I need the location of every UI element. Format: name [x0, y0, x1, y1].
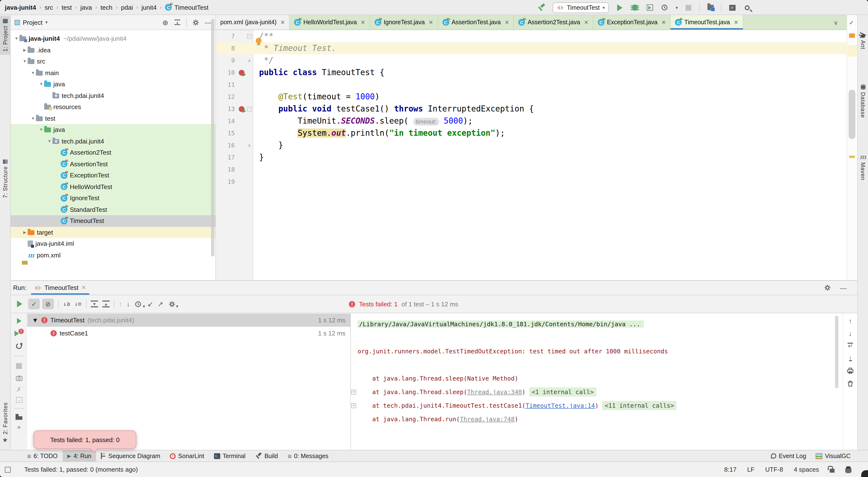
breadcrumb-item[interactable]: java-junit4 — [5, 4, 36, 11]
code-line[interactable]: 14 TimeUnit.SECONDS.sleep( timeout: 5000… — [216, 115, 847, 127]
gear-icon[interactable] — [824, 284, 831, 291]
toolwindow-sonarlint[interactable]: ~ SonarLint — [165, 450, 209, 462]
chevron-collapsed-icon[interactable]: ▶ — [22, 230, 28, 235]
editor-tab[interactable]: CIgnoreTest.java✕ — [370, 15, 438, 30]
fold-expand-icon[interactable]: + — [351, 390, 356, 395]
stack-link[interactable]: TimeoutTest.java:14 — [525, 402, 595, 409]
toolwindow-messages[interactable]: ≡ 0: Messages — [283, 450, 333, 462]
close-icon[interactable]: ✕ — [82, 284, 86, 291]
more-options-chevron-icon[interactable]: » — [17, 424, 20, 430]
soft-wrap-icon[interactable]: ↵ — [848, 343, 853, 348]
inspections-profile-icon[interactable] — [845, 469, 851, 473]
tree-item[interactable]: ▼test — [11, 113, 215, 124]
sidebar-item-database[interactable]: Database — [858, 81, 868, 121]
close-icon[interactable]: ✕ — [584, 19, 588, 26]
rerun-failed-tests-icon[interactable]: ! — [14, 330, 23, 337]
gear-icon[interactable]: ▾ — [167, 300, 176, 308]
close-icon[interactable]: ✕ — [361, 19, 365, 26]
file-encoding[interactable]: UTF-8 — [765, 466, 783, 473]
toggle-auto-test-icon[interactable] — [14, 342, 23, 350]
toolwindow-visualgc[interactable]: VisualGC — [811, 450, 856, 462]
code-line[interactable]: 15 System.out.println("in timeout except… — [216, 127, 847, 139]
inspections-ok-icon[interactable]: ✓ — [849, 20, 854, 26]
tree-item[interactable]: ▼tech.pdai.junit4 — [11, 135, 215, 147]
tree-item[interactable]: ▼main — [11, 67, 215, 78]
editor-tab[interactable]: CAssertionTest.java✕ — [438, 15, 514, 30]
sidebar-item-structure[interactable]: 7: Structure — [0, 156, 10, 201]
run-button[interactable] — [616, 3, 624, 12]
line-separator[interactable]: LF — [747, 466, 754, 473]
chevron-expanded-icon[interactable]: ▼ — [32, 316, 38, 324]
tree-item[interactable]: mpom.xml — [11, 249, 215, 261]
breadcrumb-item[interactable]: tech — [100, 4, 112, 11]
hide-panel-icon[interactable]: — — [840, 284, 847, 291]
tree-item[interactable]: CAssertion2Test — [11, 147, 215, 158]
fold-marker[interactable]: − — [247, 34, 252, 38]
close-icon[interactable]: ✕ — [505, 19, 509, 26]
console-line[interactable] — [351, 331, 843, 345]
chevron-expanded-icon[interactable]: ▼ — [13, 37, 20, 41]
build-hammer-icon[interactable] — [538, 3, 547, 12]
toolwindow-build[interactable]: Build — [250, 450, 283, 462]
test-tree-row[interactable]: !testCase11 s 12 ms — [27, 327, 350, 340]
editor-tab[interactable]: pom.xml (java-junit4)✕ — [216, 15, 290, 30]
code-line[interactable]: 18 — [216, 163, 847, 175]
tree-item[interactable]: CAssertionTest — [11, 158, 215, 170]
chevron-expanded-icon[interactable]: ▼ — [22, 59, 28, 64]
code-line[interactable]: 7−/** — [216, 30, 847, 42]
tree-item[interactable]: CTimeoutTest — [11, 215, 215, 227]
down-stack-icon[interactable]: ↓ — [848, 330, 852, 337]
run-tab[interactable]: TimeoutTest ✕ — [30, 281, 90, 295]
chevron-expanded-icon[interactable]: ▼ — [30, 71, 36, 75]
test-history-icon[interactable]: ▾ — [134, 300, 143, 308]
code-line[interactable]: 10public class TimeoutTest { — [216, 66, 847, 78]
stripe-warning-mark[interactable] — [849, 33, 855, 38]
close-icon[interactable]: ✕ — [280, 19, 285, 26]
up-stack-icon[interactable]: ↑ — [848, 317, 852, 324]
run-failed-gutter-icon[interactable] — [238, 106, 246, 112]
chevron-collapsed-icon[interactable]: ▶ — [22, 48, 28, 53]
tree-item[interactable]: CHelloWorldTest — [11, 181, 215, 193]
trash-icon[interactable] — [847, 380, 854, 387]
rerun-button[interactable] — [15, 300, 24, 308]
intention-bulb-icon[interactable] — [256, 38, 261, 44]
toolwindow-switcher-icon[interactable] — [5, 467, 11, 472]
console-line[interactable]: /Library/Java/JavaVirtualMachines/jdk1.8… — [351, 317, 843, 331]
tree-item[interactable]: ▼java — [11, 78, 215, 90]
import-test-results-icon[interactable]: ↙ — [148, 301, 153, 307]
console-line[interactable]: + at tech.pdai.junit4.TimeoutTest.testCa… — [351, 399, 843, 412]
run-with-coverage-button[interactable] — [646, 3, 654, 12]
project-scrollbar[interactable] — [211, 19, 214, 257]
tree-item[interactable]: tech.pdai.junit4 — [11, 90, 215, 101]
code-line[interactable]: 13− public void testCase1() throws Inter… — [216, 103, 847, 115]
console-line[interactable]: org.junit.runners.model.TestTimedOutExce… — [351, 345, 843, 358]
tree-item[interactable]: CIgnoreTest — [11, 193, 215, 204]
console-scrollbar[interactable] — [835, 315, 838, 388]
project-structure-icon[interactable] — [706, 3, 715, 12]
editor-tab[interactable]: CHelloWorldTest.java✕ — [290, 15, 370, 30]
tree-item[interactable]: ▶target — [11, 227, 215, 238]
tree-item[interactable]: resources — [11, 101, 215, 113]
export-test-results-icon[interactable]: ↗ — [157, 301, 163, 307]
toolwindow-todo[interactable]: ≡ 6: TODO — [22, 450, 62, 462]
code-line[interactable]: 19 — [216, 175, 847, 188]
chevron-expanded-icon[interactable]: ▼ — [46, 139, 53, 143]
hide-panel-icon[interactable]: — — [205, 19, 212, 26]
tree-item[interactable]: java-junit4.iml — [11, 238, 215, 249]
editor-scrollbar[interactable] — [848, 90, 856, 139]
lock-icon[interactable] — [830, 469, 835, 472]
breadcrumb-item[interactable]: java — [80, 4, 92, 11]
indent-setting[interactable]: 4 spaces — [794, 466, 819, 473]
test-tree-row[interactable]: ▼!TimeoutTest(tech.pdai.junit4)1 s 12 ms — [27, 314, 350, 327]
breadcrumb-file[interactable]: CTimeoutTest — [165, 4, 209, 11]
breadcrumb-item[interactable]: src — [44, 4, 53, 11]
stack-link[interactable]: Thread.java:748 — [460, 415, 515, 423]
console-line[interactable]: at java.lang.Thread.sleep(Native Method) — [351, 372, 843, 385]
editor-tab[interactable]: CExceptionTest.java✕ — [593, 15, 671, 30]
breadcrumb-item[interactable]: test — [62, 4, 72, 11]
scroll-to-end-icon[interactable]: ↓ — [849, 354, 852, 361]
chevron-expanded-icon[interactable]: ▼ — [38, 82, 44, 87]
debug-button[interactable] — [630, 3, 639, 12]
sort-alphabetically-icon[interactable]: ↓a — [63, 301, 70, 307]
fold-marker[interactable]: − — [247, 106, 252, 111]
